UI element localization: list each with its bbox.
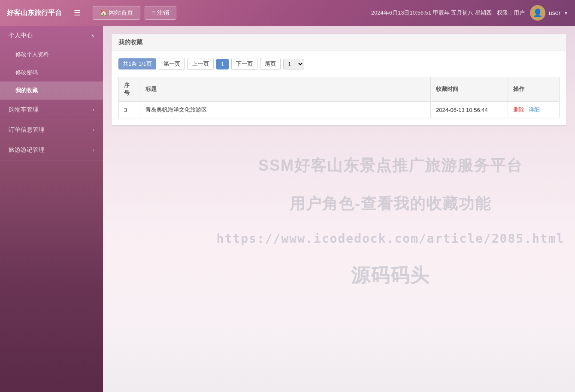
sidebar-item-my-favorites[interactable]: 我的收藏: [0, 81, 103, 100]
datetime-display: 2024年6月13日10:56:51 甲辰年 五月初八 星期四: [371, 9, 492, 17]
watermark-line-3: https://www.icodedock.com/article/2085.h…: [217, 232, 565, 246]
watermark-line-4: 源码码头: [351, 263, 430, 288]
sidebar-section-personal: 个人中心 ∧ 修改个人资料 修改密码 我的收藏: [0, 26, 103, 100]
action-delete-link[interactable]: 删除: [513, 106, 524, 113]
sidebar-section-personal-header[interactable]: 个人中心 ∧: [0, 26, 103, 45]
last-page-button[interactable]: 尾页: [260, 58, 281, 70]
favorites-table: 序号 标题 收藏时间 操作: [118, 77, 560, 118]
panel-body: 共1条 1/1页 第一页 上一页 1 下一页 尾页 1 2 5 10: [112, 51, 566, 125]
header-right: 2024年6月13日10:56:51 甲辰年 五月初八 星期四 权限：用户 👤 …: [371, 5, 568, 21]
user-menu[interactable]: 👤 user ▼: [530, 5, 568, 21]
sidebar: 个人中心 ∧ 修改个人资料 修改密码 我的收藏 购物车管理 › 订单信息管理 ›: [0, 26, 103, 392]
header: 好客山东旅行平台 ☰ 🏠 网站首页 ≡ 注销 2024年6月13日10:56:5…: [0, 0, 575, 26]
logout-icon: ≡: [152, 9, 155, 16]
col-header-title: 标题: [140, 77, 431, 102]
table-row: 3 青岛奥帆海洋文化旅游区 2024-06-13 10:56:44 删除 详细: [119, 102, 560, 118]
sidebar-section-cart-header[interactable]: 购物车管理 ›: [0, 100, 103, 120]
menu-toggle-button[interactable]: ☰: [70, 6, 84, 19]
sidebar-section-cart: 购物车管理 ›: [0, 100, 103, 120]
content-area: 我的收藏 共1条 1/1页 第一页 上一页 1 下一页 尾页 1 2 5 10: [103, 26, 575, 392]
chevron-right-icon: ›: [93, 107, 94, 112]
home-icon: 🏠: [100, 9, 107, 16]
first-page-button[interactable]: 第一页: [159, 58, 185, 70]
cell-seq: 3: [119, 102, 140, 118]
cell-title: 青岛奥帆海洋文化旅游区: [140, 102, 431, 118]
header-nav: 🏠 网站首页 ≡ 注销: [93, 6, 371, 20]
prev-page-button[interactable]: 上一页: [188, 58, 214, 70]
sidebar-section-orders-header[interactable]: 订单信息管理 ›: [0, 120, 103, 140]
sidebar-item-change-password[interactable]: 修改密码: [0, 63, 103, 81]
panel-title: 我的收藏: [112, 34, 566, 51]
page-info: 共1条 1/1页: [118, 58, 156, 69]
logout-button[interactable]: ≡ 注销: [145, 6, 176, 20]
col-header-seq: 序号: [119, 77, 140, 102]
home-button[interactable]: 🏠 网站首页: [93, 6, 140, 20]
sidebar-section-diary-header[interactable]: 旅游游记管理 ›: [0, 140, 103, 160]
pagination-bar: 共1条 1/1页 第一页 上一页 1 下一页 尾页 1 2 5 10: [118, 58, 560, 70]
cell-actions: 删除 详细: [508, 102, 560, 118]
watermark-line-2: 用户角色-查看我的收藏功能: [290, 193, 491, 214]
app-logo: 好客山东旅行平台: [7, 9, 62, 18]
sidebar-item-edit-profile[interactable]: 修改个人资料: [0, 45, 103, 63]
main-layout: 个人中心 ∧ 修改个人资料 修改密码 我的收藏 购物车管理 › 订单信息管理 ›: [0, 26, 575, 392]
sidebar-section-diary: 旅游游记管理 ›: [0, 140, 103, 160]
page-size-select[interactable]: 1 2 5 10: [283, 59, 304, 69]
action-detail-link[interactable]: 详细: [529, 106, 540, 113]
favorites-panel: 我的收藏 共1条 1/1页 第一页 上一页 1 下一页 尾页 1 2 5 10: [112, 34, 566, 125]
watermark-line-1: SSM好客山东景点推广旅游服务平台: [258, 155, 523, 176]
sidebar-section-orders: 订单信息管理 ›: [0, 120, 103, 140]
chevron-right-icon-2: ›: [93, 127, 94, 133]
current-page-button[interactable]: 1: [216, 59, 229, 69]
col-header-time: 收藏时间: [431, 77, 508, 102]
chevron-right-icon-3: ›: [93, 148, 94, 153]
next-page-button[interactable]: 下一页: [231, 58, 257, 70]
avatar: 👤: [530, 5, 545, 21]
cell-time: 2024-06-13 10:56:44: [431, 102, 508, 118]
chevron-up-icon: ∧: [91, 33, 94, 39]
username-label: user: [549, 9, 560, 16]
permission-label: 权限：用户: [497, 9, 525, 17]
chevron-down-icon: ▼: [564, 11, 568, 15]
col-header-action: 操作: [508, 77, 560, 102]
